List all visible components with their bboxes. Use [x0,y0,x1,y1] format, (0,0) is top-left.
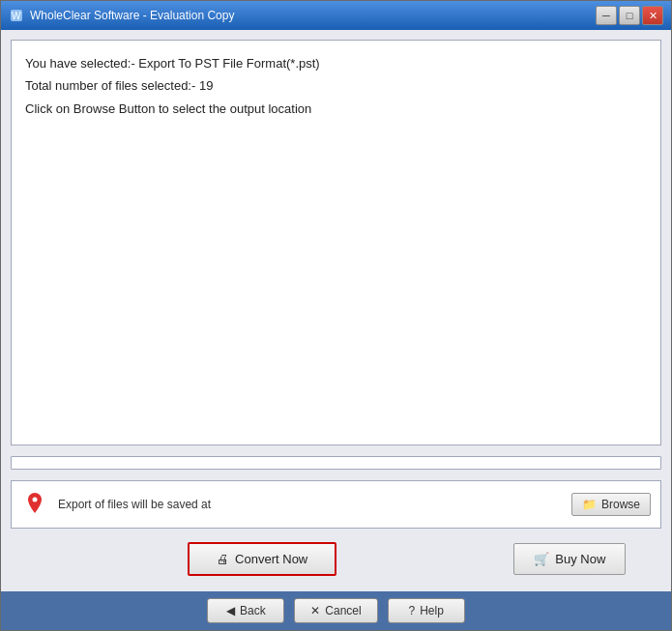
info-panel: You have selected:- Export To PST File F… [11,40,661,445]
help-button[interactable]: ? Help [388,598,465,623]
location-text: Export of files will be saved at [58,498,562,511]
cancel-label: Cancel [325,604,361,617]
progress-area [11,453,661,473]
convert-now-label: Convert Now [235,552,307,566]
browse-button[interactable]: 📁 Browse [571,493,651,516]
convert-icon: 🖨 [217,552,229,566]
window-title: WholeClear Software - Evaluation Copy [30,9,596,22]
info-line-2: Total number of files selected:- 19 [25,74,647,97]
location-area: Export of files will be saved at 📁 Brows… [11,480,661,529]
cancel-icon: ✕ [310,604,320,617]
progress-bar-container [11,456,661,470]
window-controls: ─ □ ✕ [596,6,663,25]
info-line-3: Click on Browse Button to select the out… [25,98,647,120]
back-button[interactable]: ◀ Back [207,598,284,623]
buy-now-label: Buy Now [555,552,605,566]
buy-now-button[interactable]: 🛒 Buy Now [513,543,626,575]
cancel-button[interactable]: ✕ Cancel [294,598,377,623]
action-area: 🖨 Convert Now 🛒 Buy Now [11,536,661,582]
help-icon: ? [408,604,415,617]
main-content: You have selected:- Export To PST File F… [1,30,671,591]
close-button[interactable]: ✕ [642,6,663,25]
browse-label: Browse [601,498,640,511]
cart-icon: 🛒 [534,552,549,566]
back-label: Back [240,604,266,617]
browse-icon: 📁 [582,498,597,511]
maximize-button[interactable]: □ [619,6,640,25]
info-line-1: You have selected:- Export To PST File F… [25,52,647,74]
app-icon: W [9,8,24,23]
nav-bar: ◀ Back ✕ Cancel ? Help [1,591,671,630]
svg-text:W: W [12,11,21,21]
location-pin-icon [21,491,48,518]
main-window: W WholeClear Software - Evaluation Copy … [0,0,672,631]
svg-point-2 [33,498,38,502]
minimize-button[interactable]: ─ [596,6,617,25]
back-icon: ◀ [226,604,235,617]
help-label: Help [420,604,444,617]
title-bar: W WholeClear Software - Evaluation Copy … [1,1,671,30]
convert-now-button[interactable]: 🖨 Convert Now [188,542,336,576]
